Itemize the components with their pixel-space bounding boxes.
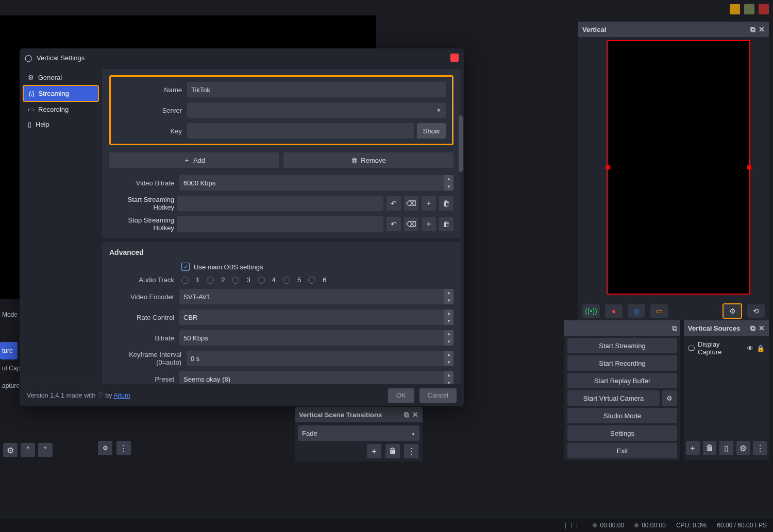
vertical-preview[interactable] (578, 37, 769, 302)
popout-icon[interactable]: ⧉ (750, 324, 755, 333)
ok-button[interactable]: OK (388, 388, 414, 403)
start-streaming-button[interactable]: Start Streaming (567, 338, 677, 353)
audio-track-3[interactable] (232, 277, 239, 284)
vertical-sources-header: Vertical Sources ⧉✕ (684, 320, 769, 336)
video-encoder-select[interactable]: SVT-AV1 (179, 289, 453, 304)
server-select[interactable]: ▼ (187, 102, 446, 118)
sidebar-item-general[interactable]: ⚙ General (23, 70, 99, 85)
controls-header-strip: ⧉ (564, 320, 680, 336)
popout-icon[interactable]: ⧉ (404, 410, 409, 419)
sidebar-item-streaming[interactable]: (ᵢ) Streaming (24, 86, 98, 101)
key-input[interactable] (187, 123, 414, 139)
gear-icon[interactable]: ⚙ (736, 441, 750, 455)
status-bar: ⎸⎸⎸ 00:00:00 00:00:00 CPU: 0.3% 60.00 / … (0, 518, 773, 532)
exit-button[interactable]: Exit (567, 443, 677, 458)
popout-icon[interactable]: ⧉ (672, 324, 677, 333)
chevron-down-icon (411, 430, 415, 437)
source-row[interactable]: ut Capt (0, 359, 18, 377)
remove-source-button[interactable]: 🗑 (703, 441, 717, 455)
delete-hotkey-button[interactable]: 🗑 (439, 217, 453, 231)
audio-track-1[interactable] (181, 277, 189, 284)
close-icon[interactable]: ✕ (759, 25, 765, 34)
adv-bitrate-stepper[interactable]: ▲▼ (444, 330, 453, 346)
source-row[interactable]: apture (0, 377, 18, 394)
audio-track-5[interactable] (283, 277, 290, 284)
add-hotkey-button[interactable]: ＋ (422, 196, 436, 211)
encoder-stepper[interactable]: ▲▼ (444, 289, 453, 304)
modal-close-button[interactable] (450, 54, 459, 62)
add-source-button[interactable]: ＋ (686, 441, 700, 455)
virtual-cam-settings-button[interactable]: ⚙ (662, 390, 677, 406)
show-button[interactable]: Show (417, 123, 446, 139)
name-input[interactable] (187, 82, 446, 97)
virtual-cam-button[interactable]: ▭ (650, 304, 668, 318)
keyframe-stepper[interactable]: ▲▼ (444, 351, 453, 366)
left-fragment: Mode ture ut Capt apture (0, 306, 18, 394)
undo-icon[interactable]: ↶ (386, 196, 401, 211)
start-hotkey-input[interactable] (177, 196, 383, 211)
audio-track-4[interactable] (258, 277, 265, 284)
sidebar-item-help[interactable]: ▯ Help (23, 117, 99, 132)
start-replay-button[interactable]: Start Replay Buffer (567, 373, 677, 388)
chevron-down-icon[interactable]: ˅ (38, 443, 53, 457)
add-button[interactable]: ＋Add (109, 152, 279, 168)
delete-hotkey-button[interactable]: 🗑 (439, 196, 453, 211)
source-item[interactable]: 🖵 Display Capture 👁 🔒 (688, 339, 765, 357)
eye-icon[interactable]: 👁 (747, 345, 753, 352)
modal-content: Name Server ▼ Key Show (102, 67, 464, 384)
stop-hotkey-input[interactable] (177, 216, 383, 232)
adv-bitrate-input[interactable] (179, 330, 453, 346)
start-recording-button[interactable]: Start Recording (567, 355, 677, 371)
add-transition-button[interactable]: ＋ (367, 444, 381, 458)
keyframe-input[interactable] (187, 351, 453, 366)
video-bitrate-label: Video Bitrate (109, 179, 174, 187)
clear-icon[interactable]: ⌫ (404, 217, 418, 231)
transition-select[interactable]: Fade (298, 425, 419, 441)
studio-mode-button[interactable]: Studio Mode (567, 408, 677, 423)
rate-control-select[interactable]: CBR (179, 310, 453, 325)
undo-icon[interactable]: ↶ (386, 217, 401, 231)
replay-button[interactable]: ◎ (628, 304, 645, 318)
gear-icon[interactable]: ⚙ (3, 443, 18, 457)
selected-source[interactable]: ture (0, 342, 18, 359)
lock-icon[interactable]: 🔒 (757, 345, 765, 352)
video-bitrate-input[interactable] (179, 175, 453, 191)
preset-stepper[interactable]: ▲▼ (444, 371, 453, 384)
chevron-up-icon[interactable]: ˄ (21, 443, 35, 457)
add-hotkey-button[interactable]: ＋ (422, 217, 436, 231)
refresh-icon[interactable]: ⟲ (747, 304, 765, 318)
settings-button[interactable]: Settings (567, 425, 677, 441)
record-button[interactable]: ● (605, 304, 623, 318)
close-icon[interactable]: ✕ (412, 410, 418, 419)
start-virtual-cam-button[interactable]: Start Virtual Camera (567, 390, 660, 406)
remove-transition-button[interactable]: 🗑 (385, 444, 400, 458)
maximize-button[interactable] (744, 4, 754, 14)
more-icon[interactable]: ⋮ (753, 441, 767, 455)
sidebar-item-label: Help (36, 121, 49, 128)
close-icon[interactable]: ✕ (759, 324, 765, 333)
preset-select[interactable]: Seems okay (8) (179, 371, 453, 384)
modal-scrollbar[interactable] (459, 115, 463, 381)
audio-track-6[interactable] (308, 277, 315, 284)
minimize-button[interactable] (730, 4, 740, 14)
sidebar-item-recording[interactable]: ▭ Recording (23, 102, 99, 117)
more-icon[interactable]: ⋮ (116, 441, 131, 455)
use-main-checkbox[interactable]: ✓ (181, 263, 190, 271)
gear-icon[interactable]: ⚙ (724, 304, 741, 318)
audio-track-2[interactable] (207, 277, 214, 284)
close-button[interactable] (759, 4, 769, 14)
more-icon[interactable]: ⋮ (404, 444, 418, 458)
stream-button[interactable]: ((•)) (582, 304, 600, 318)
rate-stepper[interactable]: ▲▼ (444, 310, 453, 325)
bitrate-stepper[interactable]: ▲▼ (444, 175, 453, 191)
clear-icon[interactable]: ⌫ (404, 196, 418, 211)
cancel-button[interactable]: Cancel (419, 388, 457, 403)
version-text: Version 1.4.1 made with ♡ by Aitum (27, 391, 130, 399)
gear-small-icon[interactable]: ⚙ (98, 441, 112, 455)
remove-button[interactable]: 🗑Remove (283, 152, 453, 168)
layer-icon[interactable]: ▯ (719, 441, 733, 455)
popout-icon[interactable]: ⧉ (750, 25, 755, 34)
aitum-link[interactable]: Aitum (113, 392, 130, 399)
vertical-preview-frame[interactable] (607, 40, 750, 295)
record-icon: ▭ (28, 106, 34, 113)
